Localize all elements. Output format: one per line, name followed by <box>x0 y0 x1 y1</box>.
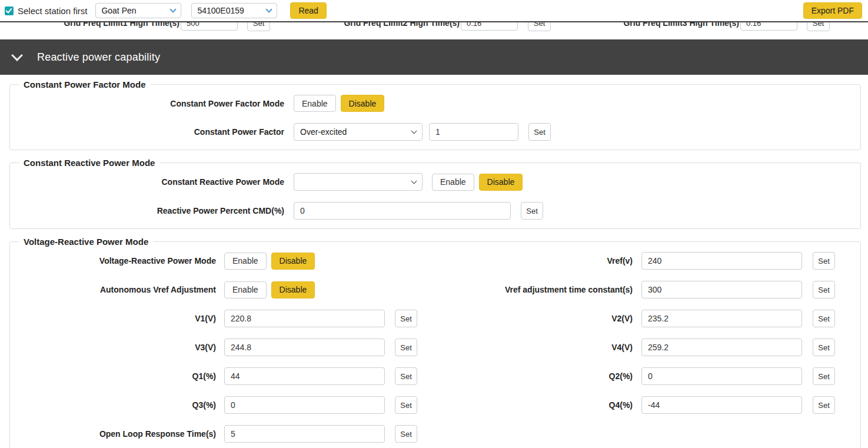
device-select[interactable]: 54100E0159 <box>191 3 277 18</box>
reactive-power-percent-cmd-input[interactable] <box>294 202 511 220</box>
open-loop-response-time-row: Open Loop Response Time(s) Set <box>10 425 860 443</box>
reactive-power-percent-cmd-set-button[interactable]: Set <box>521 202 543 220</box>
constant-reactive-power-mode-row: Constant Reactive Power Mode Enable Disa… <box>10 173 860 191</box>
autonomous-vref-adjustment-label: Autonomous Vref Adjustment <box>10 285 216 294</box>
constant-power-factor-set-button[interactable]: Set <box>528 123 551 141</box>
voltage-reactive-power-mode-disable-button[interactable]: Disable <box>271 253 315 270</box>
vref-input[interactable] <box>641 252 802 270</box>
constant-reactive-power-mode-legend: Constant Reactive Power Mode <box>19 158 159 168</box>
v2-input[interactable] <box>641 310 802 327</box>
constant-power-factor-label: Constant Power Factor <box>10 127 284 137</box>
voltage-reactive-power-mode-group: Voltage-Reactive Power Mode Voltage-Reac… <box>9 237 861 448</box>
q1-label: Q1(%) <box>10 371 216 381</box>
constant-reactive-power-mode-select[interactable] <box>294 173 423 191</box>
constant-power-factor-mode-enable-button[interactable]: Enable <box>294 95 336 112</box>
v2-set-button[interactable]: Set <box>813 310 835 327</box>
chevron-down-icon <box>266 6 272 12</box>
open-loop-response-time-input[interactable] <box>224 425 385 443</box>
chevron-down-icon <box>411 128 417 134</box>
q3-label: Q3(%) <box>10 400 216 410</box>
v3-set-button[interactable]: Set <box>395 339 417 356</box>
q3-input[interactable] <box>224 396 385 414</box>
export-pdf-button[interactable]: Export PDF <box>803 2 862 19</box>
constant-power-factor-input[interactable] <box>429 123 518 141</box>
constant-power-factor-select[interactable]: Over-excited <box>294 123 423 141</box>
chevron-down-icon <box>411 178 417 184</box>
grid-freq-limit1-input[interactable] <box>181 22 238 31</box>
autonomous-vref-enable-button[interactable]: Enable <box>224 281 267 298</box>
grid-freq-limit3-label: Grid Freq Limit3 High Time(s) <box>563 22 739 28</box>
vref-adjustment-time-constant-input[interactable] <box>641 281 802 298</box>
q1-input[interactable] <box>224 367 385 385</box>
device-select-value: 54100E0159 <box>197 6 244 15</box>
select-station-checkbox[interactable] <box>5 6 14 15</box>
vref-adjustment-time-constant-label: Vref adjustment time constant(s) <box>417 285 633 294</box>
constant-reactive-power-mode-label: Constant Reactive Power Mode <box>10 177 284 187</box>
grid-freq-limit3-input[interactable] <box>740 22 797 31</box>
grid-freq-limit1-set-button[interactable]: Set <box>247 22 270 31</box>
q2-label: Q2(%) <box>417 371 633 381</box>
section-title: Reactive power capability <box>37 51 160 64</box>
v4-label: V4(V) <box>417 343 633 352</box>
q4-set-button[interactable]: Set <box>813 396 835 414</box>
constant-power-factor-mode-legend: Constant Power Factor Mode <box>19 79 151 89</box>
v3-v4-row: V3(V) Set V4(V) Set <box>10 339 860 356</box>
voltage-reactive-power-mode-label: Voltage-Reactive Power Mode <box>10 256 216 266</box>
station-select-value: Goat Pen <box>101 6 136 15</box>
section-header-reactive-power-capability[interactable]: Reactive power capability <box>0 39 868 75</box>
voltage-reactive-power-mode-legend: Voltage-Reactive Power Mode <box>19 237 153 247</box>
v1-input[interactable] <box>224 310 385 327</box>
constant-reactive-power-mode-enable-button[interactable]: Enable <box>432 174 474 191</box>
v1-set-button[interactable]: Set <box>395 310 417 327</box>
grid-freq-limit2-input[interactable] <box>461 22 518 31</box>
v1-label: V1(V) <box>10 314 216 323</box>
q4-input[interactable] <box>641 396 802 414</box>
v2-label: V2(V) <box>417 314 633 323</box>
grid-freq-limit2-set-button[interactable]: Set <box>528 22 551 31</box>
v1-v2-row: V1(V) Set V2(V) Set <box>10 310 860 327</box>
vref-set-button[interactable]: Set <box>813 252 835 270</box>
q2-set-button[interactable]: Set <box>813 367 835 385</box>
q1-set-button[interactable]: Set <box>395 367 417 385</box>
q3-q4-row: Q3(%) Set Q4(%) Set <box>10 396 860 414</box>
autonomous-vref-row: Autonomous Vref Adjustment Enable Disabl… <box>10 281 860 298</box>
constant-power-factor-mode-disable-button[interactable]: Disable <box>341 95 385 112</box>
station-select[interactable]: Goat Pen <box>95 3 181 18</box>
chevron-down-icon <box>170 6 177 12</box>
read-button[interactable]: Read <box>290 2 326 19</box>
v4-set-button[interactable]: Set <box>813 339 835 356</box>
vrp-mode-row: Voltage-Reactive Power Mode Enable Disab… <box>10 252 860 270</box>
autonomous-vref-disable-button[interactable]: Disable <box>271 281 315 298</box>
reactive-power-percent-cmd-row: Reactive Power Percent CMD(%) Set <box>10 202 860 220</box>
v4-input[interactable] <box>641 339 802 356</box>
select-station-label: Select station first <box>18 6 87 16</box>
constant-power-factor-mode-group: Constant Power Factor Mode Constant Powe… <box>9 79 861 150</box>
grid-freq-limit2-label: Grid Freq Limit2 High Time(s) <box>283 22 460 28</box>
v3-label: V3(V) <box>10 343 216 352</box>
v3-input[interactable] <box>224 339 385 356</box>
q2-input[interactable] <box>641 367 802 385</box>
constant-reactive-power-mode-group: Constant Reactive Power Mode Constant Re… <box>9 158 861 229</box>
vref-label: Vref(v) <box>417 256 633 266</box>
q3-set-button[interactable]: Set <box>395 396 417 414</box>
constant-power-factor-row: Constant Power Factor Over-excited Set <box>10 123 860 141</box>
open-loop-response-time-set-button[interactable]: Set <box>395 425 417 443</box>
q4-label: Q4(%) <box>417 400 633 410</box>
open-loop-response-time-label: Open Loop Response Time(s) <box>10 429 216 439</box>
grid-freq-limit1-label: Grid Freq Limit1 High Time(s) <box>0 22 179 28</box>
voltage-reactive-power-mode-enable-button[interactable]: Enable <box>224 253 267 270</box>
vref-adjustment-time-constant-set-button[interactable]: Set <box>813 281 835 298</box>
reactive-power-percent-cmd-label: Reactive Power Percent CMD(%) <box>10 206 284 215</box>
constant-power-factor-select-value: Over-excited <box>300 127 347 137</box>
topbar: Select station first Goat Pen 54100E0159… <box>0 0 868 22</box>
constant-reactive-power-mode-disable-button[interactable]: Disable <box>479 174 523 191</box>
constant-power-factor-mode-row: Constant Power Factor Mode Enable Disabl… <box>10 95 860 112</box>
q1-q2-row: Q1(%) Set Q2(%) Set <box>10 367 860 385</box>
constant-power-factor-mode-label: Constant Power Factor Mode <box>10 99 284 108</box>
grid-freq-clipped-row: Grid Freq Limit1 High Time(s) Set Grid F… <box>0 22 868 32</box>
chevron-down-icon[interactable] <box>11 49 23 61</box>
grid-freq-limit3-set-button[interactable]: Set <box>807 22 830 31</box>
